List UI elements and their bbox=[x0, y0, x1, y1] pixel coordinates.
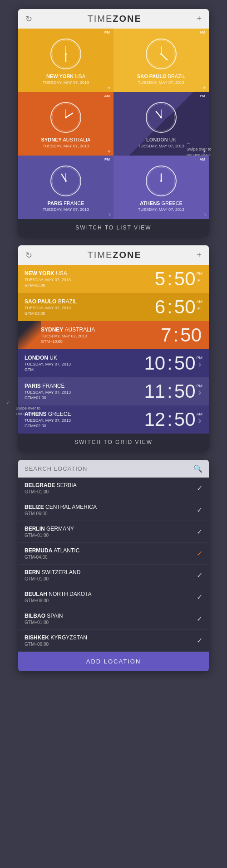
list-row-at[interactable]: ATHENS GREECE TUESDAY, MAY 07, 2013 GTM+… bbox=[18, 405, 209, 434]
list-gtm-at: GTM+02:00 bbox=[25, 424, 71, 428]
loc-gtm-belize: GTM-06:00 bbox=[25, 511, 97, 516]
sun-pa: ☽ bbox=[107, 213, 111, 217]
city-label-sp: SAO PAULO BRAZIL TUESDAY, MAY 07, 2013 bbox=[137, 73, 185, 86]
svg-line-17 bbox=[62, 174, 66, 181]
location-row-beulah[interactable]: BEULAH NORTH DAKOTA GTM+06:00 ✓ bbox=[18, 586, 209, 608]
ampm-pa: PM bbox=[104, 157, 110, 161]
svg-point-19 bbox=[65, 180, 67, 182]
refresh-icon[interactable]: ↻ bbox=[25, 14, 32, 24]
city-label-sy: SYDNEY AUSTRALIA TUESDAY, MAY 07, 2013 bbox=[41, 137, 91, 149]
grid-swipe-annotation: ← Swipe over to remove clock bbox=[187, 141, 221, 158]
sun-sy: ☀ bbox=[107, 149, 111, 154]
grid-cell-new-york[interactable]: PM ☀ NEW YORK USA TUESDAY, MAY 07, 2013 bbox=[18, 29, 114, 92]
location-row-belize[interactable]: BELIZE CENTRAL AMERICA GTM-06:00 ✓ bbox=[18, 499, 209, 521]
loc-name-belgrade: BELGRADE SERBIA bbox=[25, 482, 77, 488]
list-date-pa: TUESDAY, MAY 07, 2013 bbox=[25, 390, 71, 395]
list-time-lo: 10 : 50 PM ☽ bbox=[144, 354, 202, 373]
search-panel: 🔍 BELGRADE SERBIA GTM+01:00 ✓ BELIZE CEN… bbox=[18, 460, 209, 671]
list-city-info-ny: NEW YORK USA TUESDAY, MAY 07, 2013 GTM-0… bbox=[25, 270, 71, 288]
loc-name-berlin: BERLIN GERMANY bbox=[25, 526, 74, 532]
add-location-button[interactable]: ADD LOCATION bbox=[18, 652, 209, 671]
city-label-at: ATHENS GREECE TUESDAY, MAY 07, 2013 bbox=[138, 200, 184, 213]
loc-gtm-bishkek: GTM+06:00 bbox=[25, 642, 87, 647]
loc-gtm-berlin: GTM+01:00 bbox=[25, 533, 74, 538]
check-bilbao: ✓ bbox=[197, 614, 202, 623]
list-city-name-ny: NEW YORK USA bbox=[25, 270, 71, 277]
check-bern: ✓ bbox=[197, 571, 202, 580]
list-swipe-annotation: ↙ Swipe over to remove clock bbox=[6, 400, 40, 417]
location-row-bilbao[interactable]: BILBAO SPAIN GTM+01:00 ✓ bbox=[18, 608, 209, 630]
list-city-name-sp: SAO PAULO BRAZIL bbox=[25, 298, 77, 305]
list-time-sy: 7 : 50 bbox=[161, 326, 202, 345]
add-icon[interactable]: + bbox=[197, 14, 202, 24]
loc-gtm-bern: GTM+01:00 bbox=[25, 576, 80, 581]
list-time-pa: 11 : 50 PM ☽ bbox=[144, 382, 202, 401]
sun-sp: ☀ bbox=[202, 86, 206, 90]
location-row-berlin[interactable]: BERLIN GERMANY GTM+01:00 ✓ bbox=[18, 521, 209, 543]
loc-name-bilbao: BILBAO SPAIN bbox=[25, 613, 63, 619]
grid-cell-paris[interactable]: PM ☽ PARIS FRANCE TUESDAY, MAY 07, 2013 bbox=[18, 156, 114, 219]
clock-sp bbox=[146, 39, 177, 69]
search-icon: 🔍 bbox=[193, 464, 202, 473]
sun-ny: ☀ bbox=[107, 86, 111, 90]
location-row-belgrade[interactable]: BELGRADE SERBIA GTM+01:00 ✓ bbox=[18, 478, 209, 499]
svg-point-23 bbox=[160, 180, 162, 182]
svg-point-15 bbox=[160, 117, 162, 118]
city-label-pa: PARIS FRANCE TUESDAY, MAY 07, 2013 bbox=[43, 200, 89, 213]
svg-point-11 bbox=[65, 117, 67, 118]
list-gtm-sy: GTM+10:00 bbox=[41, 339, 95, 344]
list-date-ny: TUESDAY, MAY 07, 2013 bbox=[25, 278, 71, 282]
location-row-bermuda[interactable]: BERMUDA ATLANTIC GTM-04:00 ✓ bbox=[18, 543, 209, 565]
list-row-wrapper-sy: SYDNEY AUSTRALIA TUESDAY, MAY 07, 2013 G… bbox=[18, 321, 209, 349]
grid-view-panel: ↻ TIMEZONE + PM ☀ bbox=[18, 9, 209, 236]
list-city-name-sy: SYDNEY AUSTRALIA bbox=[41, 327, 95, 333]
switch-to-list-view-button[interactable]: SWITCH TO LIST VIEW bbox=[18, 219, 209, 236]
ampm-sp: AM bbox=[200, 30, 205, 34]
list-date-lo: TUESDAY, MAY 07, 2013 bbox=[25, 362, 71, 366]
list-gtm-lo: GTM bbox=[25, 367, 71, 372]
loc-gtm-bilbao: GTM+01:00 bbox=[25, 620, 63, 625]
list-time-sp: 6 : 50 AM ☀ bbox=[155, 297, 202, 317]
list-add-icon[interactable]: + bbox=[197, 250, 202, 260]
list-date-sp: TUESDAY, MAY 07, 2013 bbox=[25, 306, 77, 310]
svg-point-7 bbox=[160, 53, 162, 55]
list-app-title: TIMEZONE bbox=[88, 250, 142, 260]
grid-container: PM ☀ NEW YORK USA TUESDAY, MAY 07, 2013 bbox=[18, 29, 209, 219]
list-time-at: 12 : 50 AM ☽ bbox=[144, 410, 202, 429]
list-city-name-lo: LONDON UK bbox=[25, 355, 71, 361]
check-bermuda: ✓ bbox=[197, 549, 202, 558]
list-header: ↻ TIMEZONE + bbox=[18, 245, 209, 265]
svg-line-13 bbox=[156, 112, 161, 117]
list-row-sp[interactable]: SAO PAULO BRAZIL TUESDAY, MAY 07, 2013 G… bbox=[18, 293, 209, 321]
loc-name-beulah: BEULAH NORTH DAKOTA bbox=[25, 591, 92, 597]
location-row-bishkek[interactable]: BISHKEK KYRGYZSTAN GTM+06:00 ✓ bbox=[18, 630, 209, 652]
list-row-ny[interactable]: NEW YORK USA TUESDAY, MAY 07, 2013 GTM-0… bbox=[18, 265, 209, 293]
svg-line-5 bbox=[161, 54, 167, 60]
list-refresh-icon[interactable]: ↻ bbox=[25, 250, 32, 260]
location-row-bern[interactable]: BERN SWITZERLAND GTM+01:00 ✓ bbox=[18, 565, 209, 586]
loc-name-bishkek: BISHKEK KYRGYZSTAN bbox=[25, 634, 87, 641]
app-title: TIMEZONE bbox=[88, 14, 142, 24]
clock-at bbox=[146, 166, 177, 196]
search-input[interactable] bbox=[25, 465, 193, 472]
grid-cell-sydney[interactable]: AM ☀ SYDNEY AUSTRALIA TUESDAY, MAY 07, 2… bbox=[18, 92, 114, 156]
sun-at: ☽ bbox=[202, 213, 206, 217]
list-time-ny: 5 : 50 PM ☀ bbox=[155, 269, 202, 288]
switch-to-grid-view-button[interactable]: SWITCH TO GRID VIEW bbox=[18, 434, 209, 451]
list-city-info-pa: PARIS FRANCE TUESDAY, MAY 07, 2013 GTM+0… bbox=[25, 383, 71, 400]
clock-sy bbox=[50, 102, 81, 133]
svg-line-9 bbox=[66, 113, 73, 117]
ampm-lo: PM bbox=[200, 94, 205, 98]
ampm-at: AM bbox=[200, 157, 205, 161]
grid-cell-sao-paulo[interactable]: AM ☀ SAO PAULO BRAZIL TUESDAY, MAY 07, 2… bbox=[114, 29, 209, 92]
check-berlin: ✓ bbox=[197, 527, 202, 536]
check-belgrade: ✓ bbox=[197, 484, 202, 493]
grid-cell-athens[interactable]: AM ☽ ATHENS GREECE TUESDAY, MAY 07, 2013 bbox=[114, 156, 209, 219]
list-row-sy[interactable]: SYDNEY AUSTRALIA TUESDAY, MAY 07, 2013 G… bbox=[18, 321, 209, 349]
list-gtm-sp: GTM-03:00 bbox=[25, 311, 77, 316]
search-bar: 🔍 bbox=[18, 460, 209, 478]
list-row-lo[interactable]: LONDON UK TUESDAY, MAY 07, 2013 GTM 10 :… bbox=[18, 349, 209, 377]
loc-gtm-beulah: GTM+06:00 bbox=[25, 598, 92, 603]
loc-gtm-bermuda: GTM-04:00 bbox=[25, 555, 79, 560]
list-row-pa[interactable]: PARIS FRANCE TUESDAY, MAY 07, 2013 GTM+0… bbox=[18, 377, 209, 405]
